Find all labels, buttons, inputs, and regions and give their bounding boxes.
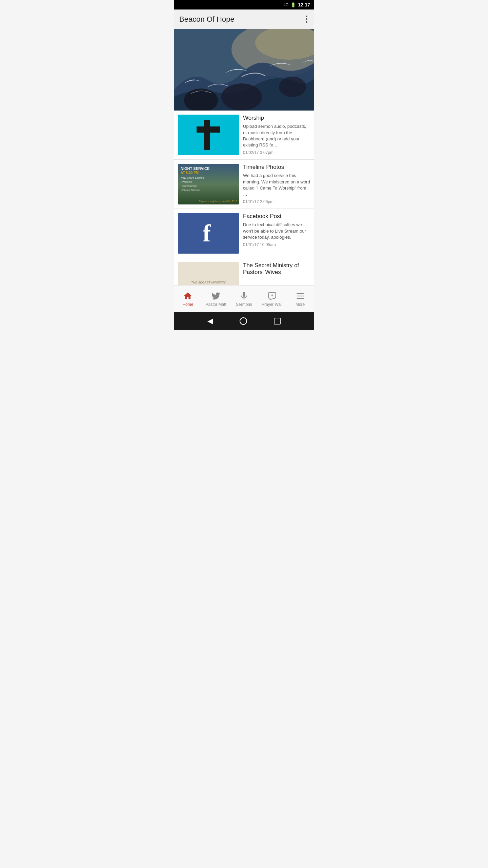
three-dots-icon bbox=[306, 16, 307, 23]
back-button[interactable]: ◀ bbox=[207, 317, 213, 326]
nav-item-more[interactable]: More bbox=[286, 285, 314, 312]
overflow-menu-button[interactable] bbox=[304, 14, 309, 24]
item-title: Timeline Photos bbox=[243, 164, 310, 171]
item-description: We had a good service this morning. We m… bbox=[243, 173, 310, 197]
item-content-secret: The Secret Ministry of Pastors' Wives bbox=[243, 262, 310, 278]
item-title: The Secret Ministry of Pastors' Wives bbox=[243, 262, 310, 276]
twitter-icon bbox=[211, 291, 221, 301]
night-service-prayer-note: Pray for a scripture or word for 2017. bbox=[199, 200, 238, 202]
item-description: Due to technical difficulties we won't b… bbox=[243, 222, 310, 240]
night-service-subtitle: New Year's Service • Worship • Communion… bbox=[181, 176, 236, 192]
nav-label-sermons: Sermons bbox=[236, 302, 252, 307]
item-description: Upload sermon audio, podcasts, or music … bbox=[243, 123, 310, 148]
item-thumbnail-worship bbox=[178, 115, 239, 155]
night-service-time: AT 5:30 PM bbox=[181, 171, 236, 175]
hero-banner bbox=[174, 29, 314, 111]
facebook-f-icon: f bbox=[203, 221, 211, 245]
list-item[interactable]: Worship Upload sermon audio, podcasts, o… bbox=[174, 111, 314, 160]
nav-label-home: Home bbox=[182, 302, 193, 307]
microphone-icon bbox=[239, 291, 249, 301]
item-date: 01/02/17 3:07pm bbox=[243, 150, 310, 155]
item-content-timeline: Timeline Photos We had a good service th… bbox=[243, 164, 310, 204]
home-icon bbox=[183, 291, 192, 301]
menu-icon bbox=[296, 291, 305, 301]
clock: 12:17 bbox=[298, 2, 310, 7]
system-navigation-bar: ◀ bbox=[174, 312, 314, 330]
chat-cross-icon bbox=[267, 291, 277, 301]
item-thumbnail-secret: THE SECRET MINISTRY bbox=[178, 262, 239, 285]
nav-label-pastor-matt: Pastor Matt bbox=[206, 302, 226, 307]
feed-list: Worship Upload sermon audio, podcasts, o… bbox=[174, 111, 314, 285]
nav-item-pastor-matt[interactable]: Pastor Matt bbox=[202, 285, 230, 312]
ocean-waves-svg bbox=[174, 29, 314, 111]
item-date: 01/01/17 2:06pm bbox=[243, 199, 310, 204]
facebook-thumbnail: f bbox=[178, 213, 239, 254]
svg-point-3 bbox=[221, 83, 262, 111]
item-thumbnail-facebook: f bbox=[178, 213, 239, 254]
signal-indicator: 4G bbox=[284, 3, 289, 7]
list-item[interactable]: NIGHT SERVICE AT 5:30 PM New Year's Serv… bbox=[174, 160, 314, 209]
svg-point-4 bbox=[279, 77, 306, 97]
item-title: Worship bbox=[243, 115, 310, 121]
home-button[interactable] bbox=[240, 317, 247, 325]
item-title: Facebook Post bbox=[243, 213, 310, 220]
worship-thumbnail bbox=[178, 115, 239, 155]
list-item[interactable]: f Facebook Post Due to technical difficu… bbox=[174, 209, 314, 258]
page-title: Beacon Of Hope bbox=[179, 15, 235, 24]
bottom-navigation: Home Pastor Matt Sermons Prayer Wall bbox=[174, 285, 314, 312]
nav-item-home[interactable]: Home bbox=[174, 285, 202, 312]
secret-ministry-thumbnail: THE SECRET MINISTRY bbox=[178, 262, 239, 285]
night-service-title: NIGHT SERVICE bbox=[181, 166, 236, 171]
status-bar: 4G 🔋 12:17 bbox=[174, 0, 314, 9]
list-item[interactable]: THE SECRET MINISTRY The Secret Ministry … bbox=[174, 258, 314, 285]
item-date: 01/01/17 10:05am bbox=[243, 242, 310, 247]
night-service-thumbnail: NIGHT SERVICE AT 5:30 PM New Year's Serv… bbox=[178, 164, 239, 204]
item-content-worship: Worship Upload sermon audio, podcasts, o… bbox=[243, 115, 310, 155]
secret-thumb-text: THE SECRET MINISTRY bbox=[191, 280, 226, 285]
item-content-facebook: Facebook Post Due to technical difficult… bbox=[243, 213, 310, 247]
nav-label-more: More bbox=[296, 302, 305, 307]
app-bar: Beacon Of Hope bbox=[174, 9, 314, 29]
cross-icon bbox=[197, 120, 220, 150]
nav-item-sermons[interactable]: Sermons bbox=[230, 285, 258, 312]
recents-button[interactable] bbox=[274, 318, 281, 324]
nav-item-prayer-wall[interactable]: Prayer Wall bbox=[258, 285, 286, 312]
item-thumbnail-night-service: NIGHT SERVICE AT 5:30 PM New Year's Serv… bbox=[178, 164, 239, 204]
nav-label-prayer-wall: Prayer Wall bbox=[262, 302, 283, 307]
battery-icon: 🔋 bbox=[290, 2, 296, 7]
hero-ocean-image bbox=[174, 29, 314, 111]
